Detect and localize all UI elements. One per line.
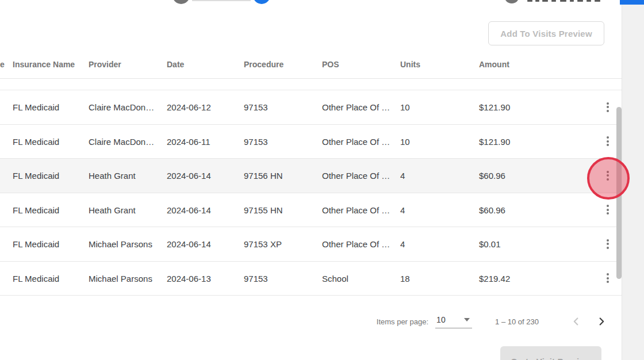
stepper-step-icon bbox=[504, 0, 519, 3]
table-row[interactable]: FL Medicaid Claire MacDon… 2024-06-12 97… bbox=[0, 90, 622, 125]
cell-date: 2024-06-11 bbox=[167, 136, 210, 146]
row-menu-kebab-icon[interactable] bbox=[600, 270, 616, 286]
column-header-units: Units bbox=[400, 60, 420, 69]
column-header-insurance: Insurance Name bbox=[13, 60, 75, 69]
cell-provider: Michael Parsons bbox=[89, 239, 152, 249]
cell-insurance: FL Medicaid bbox=[13, 102, 59, 112]
table-body: FL Medicaid Claire MacDon… 2024-06-12 97… bbox=[0, 90, 622, 296]
row-menu-kebab-icon[interactable] bbox=[600, 99, 616, 115]
cell-procedure: 97153 bbox=[244, 136, 268, 146]
cell-insurance: FL Medicaid bbox=[13, 136, 59, 146]
previous-page-button[interactable] bbox=[569, 314, 584, 329]
add-to-visits-preview-button[interactable]: Add To Visits Preview bbox=[488, 21, 604, 45]
chevron-left-icon bbox=[570, 315, 582, 328]
cell-amount: $121.90 bbox=[479, 102, 510, 112]
column-header-pos: POS bbox=[322, 60, 339, 69]
page-size-value: 10 bbox=[436, 315, 446, 324]
page-size-select[interactable]: 10 bbox=[435, 315, 472, 328]
column-header-provider: Provider bbox=[89, 60, 121, 69]
cell-units: 18 bbox=[400, 273, 410, 283]
page-range-label: 1 – 10 of 230 bbox=[495, 317, 539, 326]
annotation-highlight-circle bbox=[587, 157, 630, 200]
cell-pos: Other Place Of … bbox=[322, 136, 390, 146]
cell-pos: Other Place Of … bbox=[322, 205, 390, 215]
cell-amount: $60.96 bbox=[479, 205, 505, 215]
column-header-procedure: Procedure bbox=[244, 60, 283, 69]
claims-table-page: Add To Visits Preview e Insurance Name P… bbox=[0, 0, 644, 360]
cell-procedure: 97153 XP bbox=[244, 239, 282, 249]
table-header: e Insurance Name Provider Date Procedure… bbox=[0, 52, 622, 79]
column-header-date: Date bbox=[167, 60, 184, 69]
cell-pos: School bbox=[322, 273, 348, 283]
cell-insurance: FL Medicaid bbox=[13, 239, 59, 249]
cell-amount: $60.96 bbox=[479, 171, 505, 181]
step-label-fragment bbox=[527, 0, 602, 3]
stepper-connector bbox=[192, 0, 251, 1]
row-menu-kebab-icon[interactable] bbox=[600, 202, 616, 218]
paginator: Items per page: 10 1 – 10 of 230 bbox=[0, 309, 622, 334]
chevron-right-icon bbox=[595, 315, 608, 328]
cell-date: 2024-06-12 bbox=[167, 102, 211, 112]
column-header-amount: Amount bbox=[479, 60, 509, 69]
table-row[interactable]: FL Medicaid Claire MacDon… 2024-06-11 97… bbox=[0, 125, 622, 159]
cell-amount: $121.90 bbox=[479, 136, 510, 146]
cell-procedure: 97153 bbox=[244, 102, 268, 112]
items-per-page-label: Items per page: bbox=[377, 317, 428, 326]
caret-down-icon bbox=[464, 318, 470, 321]
go-to-visit-preview-button[interactable]: Go to Visit Preview bbox=[500, 346, 601, 360]
cell-pos: Other Place Of … bbox=[322, 171, 390, 181]
cell-date: 2024-06-14 bbox=[167, 205, 211, 215]
next-page-button[interactable] bbox=[594, 314, 609, 329]
cell-procedure: 97155 HN bbox=[244, 205, 283, 215]
cell-insurance: FL Medicaid bbox=[13, 273, 59, 283]
cell-amount: $0.01 bbox=[479, 239, 501, 249]
table-row-highlighted[interactable]: FL Medicaid Heath Grant 2024-06-14 97156… bbox=[0, 159, 622, 193]
table-row[interactable]: FL Medicaid Michael Parsons 2024-06-14 9… bbox=[0, 227, 622, 262]
cell-date: 2024-06-14 bbox=[167, 171, 211, 181]
cell-units: 10 bbox=[400, 136, 410, 146]
cell-units: 4 bbox=[400, 239, 405, 249]
cell-insurance: FL Medicaid bbox=[13, 205, 59, 215]
cell-procedure: 97153 bbox=[244, 273, 268, 283]
stepper-active-step-icon bbox=[253, 0, 270, 4]
cell-units: 4 bbox=[400, 205, 405, 215]
cell-provider: Heath Grant bbox=[89, 205, 136, 215]
column-header-cutoff: e bbox=[0, 60, 5, 69]
cell-procedure: 97156 HN bbox=[244, 171, 283, 181]
cell-provider: Michael Parsons bbox=[89, 273, 152, 283]
scrolled-row-sliver bbox=[0, 79, 622, 90]
cell-date: 2024-06-13 bbox=[167, 273, 211, 283]
cell-date: 2024-06-14 bbox=[167, 239, 211, 249]
cell-units: 10 bbox=[400, 102, 410, 112]
table-row[interactable]: FL Medicaid Michael Parsons 2024-06-13 9… bbox=[0, 262, 622, 296]
cell-provider: Heath Grant bbox=[89, 171, 136, 181]
row-menu-kebab-icon[interactable] bbox=[600, 133, 616, 150]
cell-amount: $219.42 bbox=[479, 273, 510, 283]
row-menu-kebab-icon[interactable] bbox=[600, 236, 616, 252]
cell-pos: Other Place Of … bbox=[322, 239, 390, 249]
stepper-step-icon bbox=[172, 0, 190, 4]
table-row[interactable]: FL Medicaid Heath Grant 2024-06-14 97155… bbox=[0, 193, 622, 228]
cell-provider: Claire MacDon… bbox=[89, 136, 154, 146]
cell-insurance: FL Medicaid bbox=[13, 171, 59, 181]
side-panel-blue-bar bbox=[620, 0, 644, 5]
cell-units: 4 bbox=[400, 171, 405, 181]
cell-provider: Claire MacDon… bbox=[89, 102, 154, 112]
cell-pos: Other Place Of … bbox=[322, 102, 390, 112]
